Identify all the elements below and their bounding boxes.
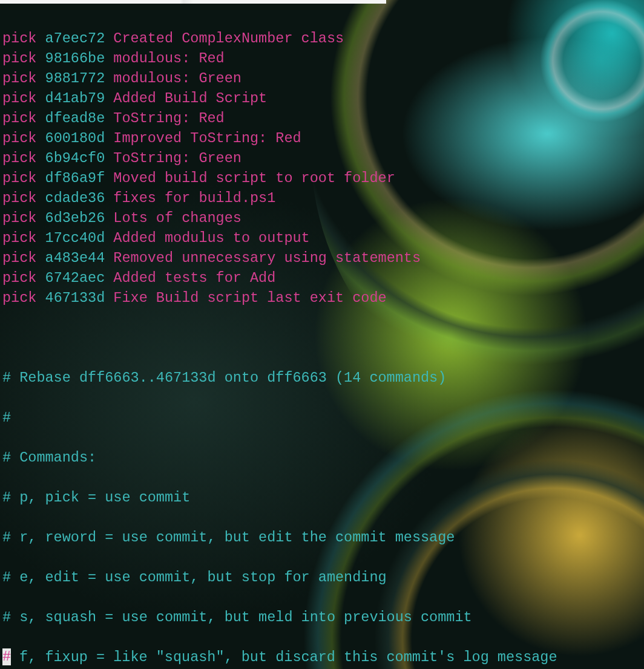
comment-squash: # s, squash = use commit, but meld into … [2,607,643,627]
rebase-action: pick [2,270,36,286]
comment-commands-label: # Commands: [2,448,643,468]
commit-hash: a483e44 [36,250,105,266]
rebase-action: pick [2,30,36,47]
rebase-action: pick [2,190,36,206]
commit-message: Removed unnecessary using statements [105,250,421,266]
commit-message: Moved build script to root folder [105,170,395,186]
comment-hash: # [2,408,643,428]
commit-line[interactable]: pick df86a9f Moved build script to root … [2,168,643,188]
rebase-action: pick [2,50,36,67]
commit-message: modulous: Red [105,50,224,67]
blank-line [2,328,643,348]
commit-message: modulous: Green [105,70,242,86]
commit-hash: dfead8e [36,110,105,126]
comment-edit: # e, edit = use commit, but stop for ame… [2,567,643,587]
rebase-action: pick [2,150,36,166]
commit-hash: 600180d [36,130,105,146]
comment-fixup-cursor-line: f, fixup = like "squash", but discard th… [2,647,643,667]
commit-message: fixes for build.ps1 [105,190,275,206]
commit-line[interactable]: pick 6d3eb26 Lots of changes [2,208,643,228]
commit-message: Added tests for Add [105,270,275,286]
commit-line[interactable]: pick 6742aec Added tests for Add [2,268,643,288]
commit-line[interactable]: pick 600180d Improved ToString: Red [2,128,643,148]
commit-message: Created ComplexNumber class [105,30,344,47]
commit-hash: 9881772 [36,70,105,86]
comment-pick: # p, pick = use commit [2,488,643,507]
rebase-action: pick [2,290,36,306]
rebase-action: pick [2,70,36,86]
text-cursor [2,648,11,665]
commit-line[interactable]: pick 467133d Fixe Build script last exit… [2,288,643,308]
commit-hash: 17cc40d [36,230,105,246]
commit-message: Lots of changes [105,210,242,226]
commit-hash: 6b94cf0 [36,150,105,166]
rebase-action: pick [2,210,36,226]
commit-line[interactable]: pick 9881772 modulous: Green [2,68,643,88]
commit-line[interactable]: pick cdade36 fixes for build.ps1 [2,188,643,208]
rebase-action: pick [2,170,36,186]
commit-hash: 467133d [36,290,105,306]
commit-hash: 6742aec [36,270,105,286]
commit-line[interactable]: pick 98166be modulous: Red [2,48,643,68]
rebase-action: pick [2,130,36,146]
rebase-action: pick [2,90,36,106]
rebase-action: pick [2,250,36,266]
commit-line[interactable]: pick 6b94cf0 ToString: Green [2,148,643,168]
commit-hash: 98166be [36,50,105,67]
commit-message: Improved ToString: Red [105,130,301,146]
commit-message: Fixe Build script last exit code [105,290,386,306]
commit-line[interactable]: pick a483e44 Removed unnecessary using s… [2,248,643,268]
commit-message: Added Build Script [105,90,267,106]
commit-hash: 6d3eb26 [36,210,105,226]
commit-hash: cdade36 [36,190,105,206]
commit-hash: d41ab79 [36,90,105,106]
rebase-action: pick [2,110,36,126]
commit-message: Added modulus to output [105,230,309,246]
commit-line[interactable]: pick d41ab79 Added Build Script [2,88,643,108]
commit-message: ToString: Green [105,150,242,166]
comment-rebase-header: # Rebase dff6663..467133d onto dff6663 (… [2,368,643,388]
commit-line[interactable]: pick a7eec72 Created ComplexNumber class [2,28,643,48]
commit-line[interactable]: pick dfead8e ToString: Red [2,108,643,128]
commit-line[interactable]: pick 17cc40d Added modulus to output [2,228,643,248]
commit-hash: df86a9f [36,170,105,186]
rebase-action: pick [2,230,36,246]
commit-hash: a7eec72 [36,30,105,47]
comment-reword: # r, reword = use commit, but edit the c… [2,527,643,547]
rebase-editor[interactable]: pick a7eec72 Created ComplexNumber class… [0,0,644,669]
commit-message: ToString: Red [105,110,224,126]
